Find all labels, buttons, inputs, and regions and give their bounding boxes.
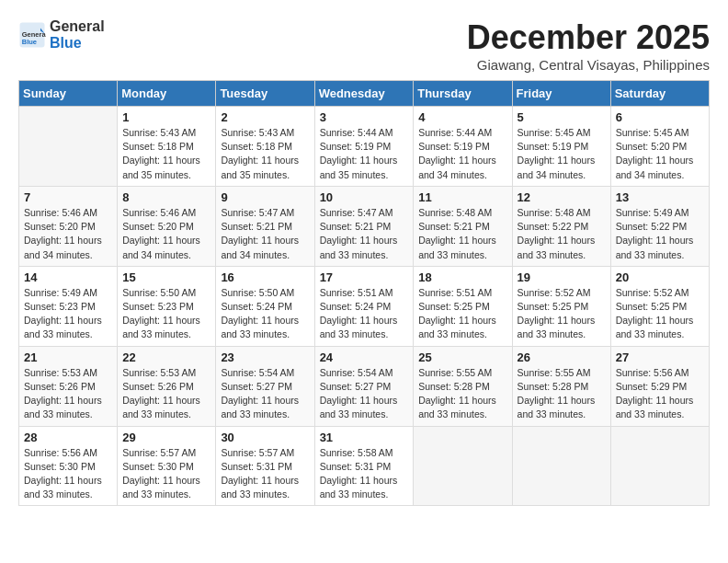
day-info: Sunrise: 5:58 AM Sunset: 5:31 PM Dayligh… — [320, 446, 409, 502]
weekday-header-tuesday: Tuesday — [216, 81, 314, 107]
day-number: 23 — [221, 350, 309, 364]
day-info: Sunrise: 5:45 AM Sunset: 5:20 PM Dayligh… — [616, 126, 704, 182]
day-info: Sunrise: 5:48 AM Sunset: 5:21 PM Dayligh… — [418, 206, 506, 262]
day-info: Sunrise: 5:54 AM Sunset: 5:27 PM Dayligh… — [221, 366, 309, 422]
day-number: 1 — [122, 110, 210, 124]
calendar-week-row: 1Sunrise: 5:43 AM Sunset: 5:18 PM Daylig… — [19, 107, 710, 187]
day-info: Sunrise: 5:53 AM Sunset: 5:26 PM Dayligh… — [24, 366, 112, 422]
day-info: Sunrise: 5:48 AM Sunset: 5:22 PM Dayligh… — [518, 206, 606, 262]
day-info: Sunrise: 5:47 AM Sunset: 5:21 PM Dayligh… — [221, 206, 309, 262]
day-info: Sunrise: 5:52 AM Sunset: 5:25 PM Dayligh… — [518, 286, 606, 342]
day-info: Sunrise: 5:55 AM Sunset: 5:28 PM Dayligh… — [418, 366, 506, 422]
calendar-cell: 20Sunrise: 5:52 AM Sunset: 5:25 PM Dayli… — [610, 266, 709, 346]
day-number: 13 — [616, 190, 704, 204]
calendar-cell: 14Sunrise: 5:49 AM Sunset: 5:23 PM Dayli… — [19, 266, 118, 346]
day-number: 11 — [418, 190, 506, 204]
day-number: 28 — [24, 431, 112, 444]
calendar-cell — [414, 426, 512, 506]
calendar-week-row: 7Sunrise: 5:46 AM Sunset: 5:20 PM Daylig… — [19, 186, 710, 266]
calendar-cell: 26Sunrise: 5:55 AM Sunset: 5:28 PM Dayli… — [512, 346, 610, 426]
calendar-week-row: 14Sunrise: 5:49 AM Sunset: 5:23 PM Dayli… — [19, 266, 710, 346]
day-number: 2 — [221, 110, 309, 124]
day-number: 14 — [24, 270, 112, 284]
day-info: Sunrise: 5:54 AM Sunset: 5:27 PM Dayligh… — [320, 366, 409, 422]
calendar-cell: 5Sunrise: 5:45 AM Sunset: 5:19 PM Daylig… — [512, 107, 610, 187]
day-number: 7 — [24, 190, 112, 204]
day-info: Sunrise: 5:56 AM Sunset: 5:29 PM Dayligh… — [616, 366, 704, 422]
day-info: Sunrise: 5:50 AM Sunset: 5:24 PM Dayligh… — [221, 286, 309, 342]
weekday-header-wednesday: Wednesday — [314, 81, 414, 107]
day-info: Sunrise: 5:43 AM Sunset: 5:18 PM Dayligh… — [221, 126, 309, 182]
header: General Blue General Blue December 2025 … — [18, 18, 710, 73]
day-info: Sunrise: 5:51 AM Sunset: 5:24 PM Dayligh… — [320, 286, 409, 342]
calendar-cell: 2Sunrise: 5:43 AM Sunset: 5:18 PM Daylig… — [216, 107, 314, 187]
calendar-cell: 6Sunrise: 5:45 AM Sunset: 5:20 PM Daylig… — [610, 107, 709, 187]
calendar-cell: 22Sunrise: 5:53 AM Sunset: 5:26 PM Dayli… — [118, 346, 216, 426]
calendar-cell: 8Sunrise: 5:46 AM Sunset: 5:20 PM Daylig… — [118, 186, 216, 266]
day-number: 4 — [418, 110, 506, 124]
calendar-cell: 3Sunrise: 5:44 AM Sunset: 5:19 PM Daylig… — [314, 107, 414, 187]
day-number: 25 — [418, 350, 506, 364]
calendar-table: SundayMondayTuesdayWednesdayThursdayFrid… — [18, 80, 710, 506]
day-number: 19 — [518, 270, 606, 284]
logo-icon: General Blue — [18, 21, 46, 49]
logo-text: General Blue — [50, 18, 105, 52]
day-info: Sunrise: 5:43 AM Sunset: 5:18 PM Dayligh… — [122, 126, 210, 182]
day-number: 29 — [122, 431, 210, 444]
calendar-cell: 18Sunrise: 5:51 AM Sunset: 5:25 PM Dayli… — [414, 266, 512, 346]
calendar-cell: 15Sunrise: 5:50 AM Sunset: 5:23 PM Dayli… — [118, 266, 216, 346]
calendar-cell: 30Sunrise: 5:57 AM Sunset: 5:31 PM Dayli… — [216, 426, 314, 506]
weekday-header-sunday: Sunday — [19, 81, 118, 107]
day-info: Sunrise: 5:46 AM Sunset: 5:20 PM Dayligh… — [24, 206, 112, 262]
day-number: 26 — [518, 350, 606, 364]
calendar-cell: 19Sunrise: 5:52 AM Sunset: 5:25 PM Dayli… — [512, 266, 610, 346]
logo-area: General Blue General Blue — [18, 18, 105, 52]
day-number: 17 — [320, 270, 409, 284]
day-number: 18 — [418, 270, 506, 284]
day-info: Sunrise: 5:55 AM Sunset: 5:28 PM Dayligh… — [518, 366, 606, 422]
day-number: 10 — [320, 190, 409, 204]
day-info: Sunrise: 5:45 AM Sunset: 5:19 PM Dayligh… — [518, 126, 606, 182]
weekday-header-thursday: Thursday — [414, 81, 512, 107]
calendar-cell: 9Sunrise: 5:47 AM Sunset: 5:21 PM Daylig… — [216, 186, 314, 266]
calendar-cell: 25Sunrise: 5:55 AM Sunset: 5:28 PM Dayli… — [414, 346, 512, 426]
day-number: 5 — [518, 110, 606, 124]
calendar-cell: 7Sunrise: 5:46 AM Sunset: 5:20 PM Daylig… — [19, 186, 118, 266]
day-info: Sunrise: 5:46 AM Sunset: 5:20 PM Dayligh… — [122, 206, 210, 262]
day-number: 8 — [122, 190, 210, 204]
calendar-cell: 23Sunrise: 5:54 AM Sunset: 5:27 PM Dayli… — [216, 346, 314, 426]
day-number: 16 — [221, 270, 309, 284]
weekday-header-friday: Friday — [512, 81, 610, 107]
day-info: Sunrise: 5:57 AM Sunset: 5:30 PM Dayligh… — [122, 446, 210, 502]
day-info: Sunrise: 5:49 AM Sunset: 5:22 PM Dayligh… — [616, 206, 704, 262]
day-info: Sunrise: 5:44 AM Sunset: 5:19 PM Dayligh… — [320, 126, 409, 182]
day-number: 27 — [616, 350, 704, 364]
day-info: Sunrise: 5:56 AM Sunset: 5:30 PM Dayligh… — [24, 446, 112, 502]
calendar-cell: 12Sunrise: 5:48 AM Sunset: 5:22 PM Dayli… — [512, 186, 610, 266]
calendar-cell: 17Sunrise: 5:51 AM Sunset: 5:24 PM Dayli… — [314, 266, 414, 346]
calendar-cell: 1Sunrise: 5:43 AM Sunset: 5:18 PM Daylig… — [118, 107, 216, 187]
day-info: Sunrise: 5:47 AM Sunset: 5:21 PM Dayligh… — [320, 206, 409, 262]
calendar-cell: 16Sunrise: 5:50 AM Sunset: 5:24 PM Dayli… — [216, 266, 314, 346]
day-info: Sunrise: 5:50 AM Sunset: 5:23 PM Dayligh… — [122, 286, 210, 342]
weekday-header-monday: Monday — [118, 81, 216, 107]
calendar-week-row: 21Sunrise: 5:53 AM Sunset: 5:26 PM Dayli… — [19, 346, 710, 426]
calendar-cell: 4Sunrise: 5:44 AM Sunset: 5:19 PM Daylig… — [414, 107, 512, 187]
title-area: December 2025 Giawang, Central Visayas, … — [467, 18, 710, 73]
calendar-cell: 21Sunrise: 5:53 AM Sunset: 5:26 PM Dayli… — [19, 346, 118, 426]
day-number: 9 — [221, 190, 309, 204]
weekday-header-saturday: Saturday — [610, 81, 709, 107]
calendar-cell: 27Sunrise: 5:56 AM Sunset: 5:29 PM Dayli… — [610, 346, 709, 426]
calendar-week-row: 28Sunrise: 5:56 AM Sunset: 5:30 PM Dayli… — [19, 426, 710, 506]
svg-text:Blue: Blue — [22, 38, 37, 46]
month-title: December 2025 — [467, 18, 710, 57]
calendar-cell: 29Sunrise: 5:57 AM Sunset: 5:30 PM Dayli… — [118, 426, 216, 506]
calendar-cell: 13Sunrise: 5:49 AM Sunset: 5:22 PM Dayli… — [610, 186, 709, 266]
day-info: Sunrise: 5:49 AM Sunset: 5:23 PM Dayligh… — [24, 286, 112, 342]
calendar-cell: 28Sunrise: 5:56 AM Sunset: 5:30 PM Dayli… — [19, 426, 118, 506]
calendar-cell: 11Sunrise: 5:48 AM Sunset: 5:21 PM Dayli… — [414, 186, 512, 266]
calendar-cell: 24Sunrise: 5:54 AM Sunset: 5:27 PM Dayli… — [314, 346, 414, 426]
day-info: Sunrise: 5:53 AM Sunset: 5:26 PM Dayligh… — [122, 366, 210, 422]
day-info: Sunrise: 5:57 AM Sunset: 5:31 PM Dayligh… — [221, 446, 309, 502]
location-subtitle: Giawang, Central Visayas, Philippines — [467, 57, 710, 73]
